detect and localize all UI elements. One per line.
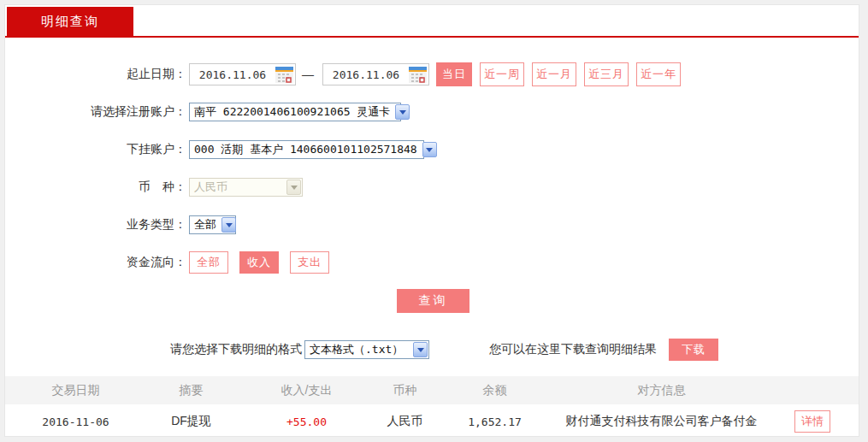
fund-direction-label: 资金流向： <box>5 255 186 270</box>
chevron-down-icon <box>286 180 301 195</box>
download-button[interactable]: 下载 <box>669 339 718 361</box>
linked-account-select[interactable]: 000 活期 基本户 1406600101102571848 <box>189 140 424 159</box>
start-date-value: 2016.11.06 <box>190 68 275 81</box>
query-form: 起止日期： 2016.11.06 — 2016.11.06 <box>5 63 859 313</box>
calendar-icon[interactable] <box>409 67 427 83</box>
header-income-expense: 收入/支出 <box>236 383 377 398</box>
quick-range-today-button[interactable]: 当日 <box>436 62 472 86</box>
download-hint: 您可以在这里下载查询明细结果 <box>489 342 657 357</box>
tab-label: 明细查询 <box>41 14 99 30</box>
calendar-icon[interactable] <box>275 67 293 83</box>
result-table: 交易日期 摘要 收入/支出 币种 余额 对方信息 2016-11-06 DF提现… <box>5 376 859 437</box>
business-type-value: 全部 <box>190 217 221 233</box>
detail-query-panel: 明细查询 起止日期： 2016.11.06 <box>4 4 859 437</box>
download-row: 请您选择下载明细的格式 文本格式（.txt） 您可以在这里下载查询明细结果 下载 <box>5 339 859 361</box>
cell-balance: 1,652.17 <box>433 415 557 428</box>
end-date-input[interactable]: 2016.11.06 <box>322 63 429 85</box>
end-date-value: 2016.11.06 <box>323 68 409 81</box>
chevron-down-icon <box>221 217 236 233</box>
header-trade-date: 交易日期 <box>5 383 146 398</box>
quick-range-year-button[interactable]: 近一年 <box>636 62 681 86</box>
currency-value: 人民币 <box>190 180 232 195</box>
currency-label: 币 种： <box>5 180 186 195</box>
fund-direction-row: 资金流向： 全部 收入 支出 <box>5 251 859 274</box>
register-account-select[interactable]: 南平 6222001406100921065 灵通卡 <box>189 103 401 121</box>
download-format-value: 文本格式（.txt） <box>305 342 407 357</box>
chevron-down-icon <box>395 104 410 120</box>
currency-select: 人民币 <box>189 178 303 197</box>
cell-trade-date: 2016-11-06 <box>5 415 146 428</box>
linked-account-row: 下挂账户： 000 活期 基本户 1406600101102571848 <box>5 138 859 161</box>
start-date-input[interactable]: 2016.11.06 <box>189 63 296 85</box>
download-format-select[interactable]: 文本格式（.txt） <box>304 340 429 359</box>
fund-direction-expense-button[interactable]: 支出 <box>290 251 329 274</box>
date-range-row: 起止日期： 2016.11.06 — 2016.11.06 <box>5 63 859 85</box>
cell-amount: +55.00 <box>236 415 377 428</box>
cell-summary: DF提现 <box>146 414 236 429</box>
table-header-row: 交易日期 摘要 收入/支出 币种 余额 对方信息 <box>5 376 859 404</box>
linked-account-label: 下挂账户： <box>5 142 186 157</box>
detail-button[interactable]: 详情 <box>794 410 830 433</box>
date-range-label: 起止日期： <box>5 67 186 82</box>
header-counterparty: 对方信息 <box>557 383 766 398</box>
header-balance: 余额 <box>433 383 557 398</box>
business-type-select[interactable]: 全部 <box>189 215 236 234</box>
fund-direction-income-button[interactable]: 收入 <box>239 251 279 274</box>
cell-counterparty: 财付通支付科技有限公司客户备付金 <box>557 414 766 429</box>
cell-currency: 人民币 <box>377 414 433 429</box>
table-row: 2016-11-06 DF提现 +55.00 人民币 1,652.17 财付通支… <box>5 404 859 437</box>
quick-range-month-button[interactable]: 近一月 <box>532 62 576 86</box>
register-account-label: 请选择注册账户： <box>5 104 186 120</box>
register-account-value: 南平 6222001406100921065 灵通卡 <box>190 104 394 120</box>
header-summary: 摘要 <box>146 383 236 398</box>
header-currency: 币种 <box>377 383 433 398</box>
business-type-row: 业务类型： 全部 <box>5 214 859 236</box>
cell-actions: 详情 <box>766 410 859 433</box>
linked-account-value: 000 活期 基本户 1406600101102571848 <box>190 142 422 157</box>
register-account-row: 请选择注册账户： 南平 6222001406100921065 灵通卡 <box>5 101 859 123</box>
business-type-label: 业务类型： <box>5 217 186 233</box>
chevron-down-icon <box>422 142 437 157</box>
tab-underline <box>5 36 859 38</box>
chevron-down-icon <box>413 342 428 357</box>
quick-range-week-button[interactable]: 近一周 <box>480 62 524 86</box>
query-button[interactable]: 查询 <box>397 289 469 313</box>
download-format-label: 请您选择下载明细的格式 <box>170 342 302 357</box>
fund-direction-all-button[interactable]: 全部 <box>189 251 228 274</box>
quick-range-quarter-button[interactable]: 近三月 <box>584 62 629 86</box>
date-separator: — <box>302 68 314 81</box>
currency-row: 币 种： 人民币 <box>5 176 859 198</box>
tab-detail-query[interactable]: 明细查询 <box>7 7 133 36</box>
